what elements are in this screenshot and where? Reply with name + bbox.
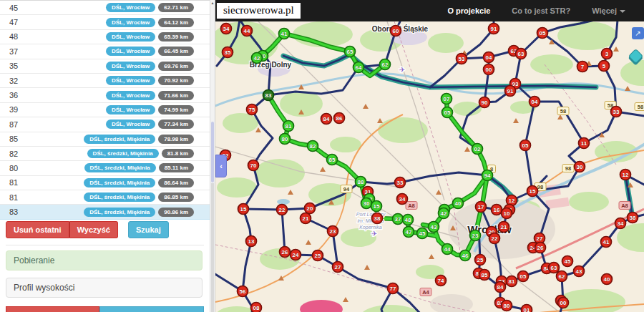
route-row[interactable]: 45DŚL, Wrocław62.71 km (0, 1, 210, 15)
map-marker[interactable]: 7 (577, 62, 588, 72)
map-marker[interactable]: 34 (221, 24, 232, 34)
map-marker[interactable]: 63 (516, 49, 527, 59)
map-marker[interactable]: 35 (223, 47, 233, 58)
map-marker[interactable]: 80 (502, 301, 512, 311)
map-marker[interactable]: 22 (277, 205, 288, 215)
panel-collapse-button[interactable]: ‹ (215, 155, 227, 177)
map-marker[interactable]: 91 (489, 24, 499, 34)
map-marker[interactable]: 34 (615, 218, 626, 229)
route-row[interactable]: 85DŚL, średzki, Miękinia78.98 km (0, 132, 210, 147)
map-marker[interactable]: 45 (417, 228, 428, 239)
elevation-panel-header[interactable]: Profil wysokości (6, 278, 203, 298)
route-row[interactable]: 82DŚL, średzki, Miękinia81.8 km (0, 147, 210, 161)
layers-control[interactable] (628, 47, 644, 66)
map-marker[interactable]: 26 (280, 247, 291, 258)
map-marker[interactable]: 05 (537, 28, 548, 39)
map-marker[interactable]: 41 (601, 237, 612, 248)
map-marker[interactable]: 84 (495, 282, 506, 293)
map-marker[interactable]: 63 (549, 263, 560, 273)
route-row[interactable]: 36DŚL, Wrocław71.66 km (0, 88, 210, 102)
map-marker[interactable]: 94 (482, 170, 493, 181)
route-row[interactable]: 39DŚL, Wrocław74.99 km (0, 103, 210, 117)
map-marker[interactable]: 91 (505, 86, 516, 97)
route-row[interactable]: 37DŚL, Wrocław66.45 km (0, 44, 210, 59)
map-marker[interactable]: 30 (361, 198, 372, 209)
map-marker[interactable]: 16 (492, 205, 502, 215)
route-row[interactable]: 81DŚL, średzki, Miękinia86.64 km (0, 176, 210, 190)
map-marker[interactable]: 23 (328, 226, 338, 237)
map-marker[interactable]: 33 (395, 177, 406, 188)
map-marker[interactable]: 77 (388, 283, 399, 294)
map-marker[interactable]: 81 (283, 121, 294, 132)
route-row[interactable]: 80DŚL, średzki, Miękinia85.11 km (0, 161, 210, 175)
route-row[interactable]: 81DŚL, średzki, Miękinia86.85 km (0, 190, 210, 205)
site-logo[interactable]: siecrowerowa.pl (217, 3, 301, 19)
map-marker[interactable]: 34 (397, 194, 408, 205)
map-marker[interactable]: 21 (499, 222, 509, 233)
map-marker[interactable]: 62 (557, 271, 567, 282)
map-marker[interactable]: 42 (439, 208, 449, 219)
map-marker[interactable]: 43 (429, 222, 439, 233)
bottom-red-button[interactable] (6, 306, 99, 312)
map-marker[interactable]: 30 (575, 162, 585, 172)
route-row[interactable]: 87DŚL, Wrocław77.34 km (0, 117, 210, 132)
map-marker[interactable]: 5 (599, 61, 610, 72)
route-row[interactable]: 83DŚL, średzki, Miękinia90.86 km (0, 205, 210, 219)
map-marker[interactable]: 3 (602, 49, 613, 59)
map-marker[interactable]: 74 (436, 276, 447, 286)
map-marker[interactable]: 83 (263, 90, 274, 101)
map-marker[interactable]: 24 (291, 250, 301, 260)
map-marker[interactable]: 43 (574, 266, 585, 277)
map-marker[interactable]: 44 (442, 244, 453, 255)
panel-scrollbar[interactable]: ▲ (210, 0, 215, 312)
map-marker[interactable]: 04 (530, 97, 540, 107)
route-row[interactable]: 48DŚL, Wrocław65.39 km (0, 30, 210, 44)
map-marker[interactable]: 11 (579, 138, 590, 149)
map-marker[interactable]: 70 (248, 160, 259, 171)
map-canvas[interactable]: 9489898585858A8A8A4 Brzeg DolnyOborniki … (215, 21, 644, 312)
map-marker[interactable]: 75 (247, 104, 258, 115)
map-marker[interactable]: 15 (527, 186, 538, 197)
download-panel-header[interactable]: Pobieranie (6, 250, 203, 270)
map-marker[interactable]: 38 (628, 213, 638, 223)
map-marker[interactable]: 80 (280, 134, 291, 145)
map-marker[interactable]: 27 (333, 262, 343, 273)
nav-link[interactable]: O projekcie (447, 6, 490, 15)
map-marker[interactable]: 23 (470, 230, 481, 241)
map-marker[interactable]: 90 (479, 97, 490, 108)
map-marker[interactable]: 17 (476, 202, 487, 213)
map-marker[interactable]: 04 (484, 52, 494, 63)
map-marker[interactable]: 15 (238, 204, 249, 215)
map-marker[interactable]: 53 (457, 54, 467, 64)
map-marker[interactable]: 07 (441, 94, 452, 104)
share-button[interactable]: ↗ (632, 27, 644, 39)
map-marker[interactable]: 48 (403, 215, 414, 225)
map-marker[interactable]: 37 (393, 214, 404, 225)
scrollbar-thumb[interactable] (211, 122, 214, 182)
map-marker[interactable]: 82 (308, 141, 318, 152)
map-marker[interactable]: 02 (472, 144, 483, 155)
search-button[interactable]: Szukaj (128, 221, 169, 238)
map-marker[interactable]: 21 (301, 213, 311, 224)
map-marker[interactable]: 64 (353, 62, 364, 73)
route-row[interactable]: 47DŚL, Wrocław64.12 km (0, 15, 210, 29)
map-marker[interactable]: 05 (520, 140, 531, 151)
map-marker[interactable]: 05 (518, 271, 529, 282)
map-marker[interactable]: 08 (251, 303, 262, 312)
map-marker[interactable]: 81 (507, 276, 517, 287)
map-marker[interactable]: 25 (475, 255, 486, 265)
map-marker[interactable]: 25 (313, 250, 323, 261)
map-marker[interactable]: 47 (404, 227, 414, 238)
map-marker[interactable]: 88 (356, 177, 366, 187)
bottom-blue-button[interactable] (99, 306, 204, 312)
map-marker[interactable]: 26 (535, 243, 546, 253)
map-marker[interactable]: 42 (252, 53, 263, 64)
route-row[interactable]: 32DŚL, Wrocław70.92 km (0, 74, 210, 88)
map-marker[interactable]: 05 (442, 107, 453, 118)
map-marker[interactable]: 22 (489, 233, 500, 244)
map-marker[interactable]: 40 (453, 198, 464, 209)
map-marker[interactable]: 46 (460, 250, 471, 261)
map-marker[interactable]: 45 (562, 256, 573, 267)
nav-link[interactable]: Więcej (592, 6, 625, 15)
map-marker[interactable]: 85 (479, 270, 490, 281)
